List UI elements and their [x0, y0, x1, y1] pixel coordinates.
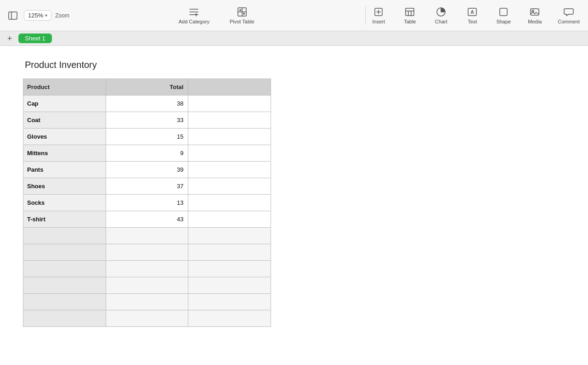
sheet1-tab[interactable]: Sheet 1 [18, 34, 52, 43]
svg-point-11 [243, 13, 245, 15]
extra-cell[interactable] [188, 95, 271, 112]
media-button[interactable]: Media [524, 5, 546, 26]
table-button[interactable]: Table [399, 5, 421, 26]
extra-cell[interactable] [188, 129, 271, 145]
product-cell[interactable]: Socks [23, 195, 106, 211]
insert-button[interactable]: Insert [368, 5, 390, 26]
text-button[interactable]: A Text [461, 5, 483, 26]
shape-button[interactable]: Shape [492, 5, 514, 26]
svg-rect-15 [406, 8, 414, 16]
extra-cell[interactable] [188, 112, 271, 129]
empty-cell[interactable] [106, 294, 188, 310]
table-row: Coat33 [23, 112, 271, 129]
sheet-bar: + Sheet 1 [0, 31, 588, 46]
empty-cell[interactable] [106, 244, 188, 261]
empty-cell[interactable] [23, 261, 106, 277]
toolbar-right: Insert Table [368, 5, 582, 26]
pivot-table-label: Pivot Table [230, 19, 254, 24]
extra-cell[interactable] [188, 178, 271, 195]
insert-icon [373, 7, 384, 17]
product-cell[interactable]: Shoes [23, 178, 106, 195]
extra-cell[interactable] [188, 211, 271, 228]
product-cell[interactable]: Pants [23, 162, 106, 178]
svg-rect-24 [500, 8, 507, 16]
empty-cell[interactable] [188, 244, 271, 261]
comment-button[interactable]: Comment [555, 5, 582, 26]
comment-label: Comment [558, 19, 580, 24]
product-cell[interactable]: Mittens [23, 145, 106, 162]
toolbar-center: Add Category Pivot Table [69, 5, 363, 26]
empty-cell[interactable] [188, 277, 271, 294]
product-cell[interactable]: T-shirt [23, 211, 106, 228]
add-sheet-icon: + [7, 34, 12, 43]
extra-cell[interactable] [188, 162, 271, 178]
empty-cell[interactable] [106, 310, 188, 327]
media-label: Media [528, 19, 542, 24]
text-label: Text [468, 19, 477, 24]
spreadsheet-area: Product Inventory Product Total Cap38Coa… [23, 60, 271, 327]
header-extra[interactable] [188, 79, 271, 95]
empty-cell[interactable] [188, 310, 271, 327]
empty-cell[interactable] [23, 310, 106, 327]
total-cell[interactable]: 37 [106, 178, 188, 195]
total-cell[interactable]: 38 [106, 95, 188, 112]
empty-cell[interactable] [23, 228, 106, 244]
extra-cell[interactable] [188, 145, 271, 162]
table-row-empty [23, 310, 271, 327]
chart-icon [436, 7, 446, 17]
comment-icon [564, 7, 574, 17]
table-row-empty [23, 294, 271, 310]
sidebar-toggle-icon [8, 11, 18, 21]
empty-cell[interactable] [23, 244, 106, 261]
pivot-table-button[interactable]: Pivot Table [227, 5, 257, 26]
table-row-empty [23, 277, 271, 294]
header-total[interactable]: Total [106, 79, 188, 95]
table-row-empty [23, 228, 271, 244]
sidebar-toggle-button[interactable] [6, 8, 20, 23]
chart-label: Chart [435, 19, 447, 24]
text-icon: A [467, 7, 477, 17]
media-icon [530, 7, 540, 17]
empty-cell[interactable] [106, 228, 188, 244]
empty-cell[interactable] [106, 261, 188, 277]
toolbar-left: 125% ▾ Zoom [6, 8, 69, 23]
chart-button[interactable]: Chart [430, 5, 452, 26]
product-cell[interactable]: Cap [23, 95, 106, 112]
table-row: Gloves15 [23, 129, 271, 145]
total-cell[interactable]: 39 [106, 162, 188, 178]
product-cell[interactable]: Gloves [23, 129, 106, 145]
add-category-label: Add Category [179, 19, 209, 24]
svg-rect-0 [9, 12, 17, 19]
zoom-label: Zoom [55, 12, 69, 19]
shape-icon [498, 7, 509, 17]
zoom-control[interactable]: 125% ▾ [24, 10, 51, 21]
total-cell[interactable]: 33 [106, 112, 188, 129]
add-sheet-button[interactable]: + [5, 34, 15, 44]
empty-cell[interactable] [23, 294, 106, 310]
empty-cell[interactable] [188, 228, 271, 244]
total-cell[interactable]: 43 [106, 211, 188, 228]
table-row-empty [23, 261, 271, 277]
total-cell[interactable]: 13 [106, 195, 188, 211]
product-cell[interactable]: Coat [23, 112, 106, 129]
table-row: Pants39 [23, 162, 271, 178]
add-category-button[interactable]: Add Category [176, 5, 212, 26]
table-row: T-shirt43 [23, 211, 271, 228]
extra-cell[interactable] [188, 195, 271, 211]
table-row: Mittens9 [23, 145, 271, 162]
svg-text:A: A [471, 10, 474, 15]
empty-cell[interactable] [188, 261, 271, 277]
empty-cell[interactable] [106, 277, 188, 294]
header-product[interactable]: Product [23, 79, 106, 95]
table-row-empty [23, 244, 271, 261]
empty-cell[interactable] [188, 294, 271, 310]
table-label: Table [404, 19, 416, 24]
table-header-row: Product Total [23, 79, 271, 95]
total-cell[interactable]: 9 [106, 145, 188, 162]
empty-cell[interactable] [23, 277, 106, 294]
zoom-chevron-icon: ▾ [45, 13, 47, 18]
main-content: Product Inventory Product Total Cap38Coa… [0, 46, 588, 365]
svg-point-10 [239, 9, 241, 11]
add-category-icon [189, 7, 199, 17]
total-cell[interactable]: 15 [106, 129, 188, 145]
